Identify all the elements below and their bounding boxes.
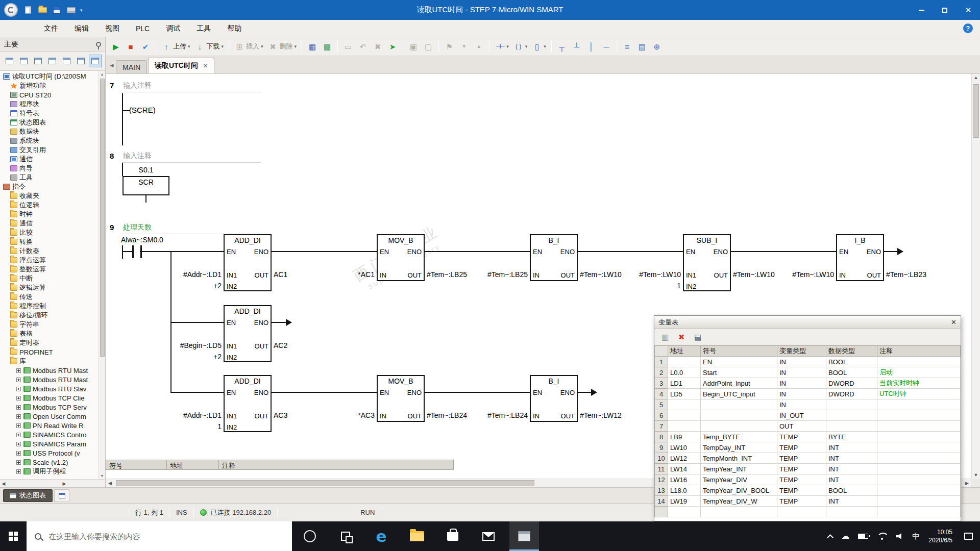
menu-item[interactable]: 帮助 bbox=[219, 20, 250, 37]
apply-all-button[interactable] bbox=[635, 39, 649, 54]
row-number[interactable]: 14 bbox=[655, 496, 668, 507]
volume-icon[interactable] bbox=[896, 533, 903, 540]
tree-item[interactable]: 符号表 bbox=[0, 109, 99, 118]
force-button[interactable] bbox=[406, 39, 421, 54]
mail-button[interactable] bbox=[474, 521, 503, 551]
file-explorer-button[interactable] bbox=[402, 521, 432, 551]
tree-item[interactable]: 通信 bbox=[0, 219, 99, 228]
operand-label[interactable]: #Tem~:LW10 bbox=[783, 270, 834, 279]
tab-active[interactable]: 读取UTC时间✕ bbox=[148, 58, 214, 73]
comment-column-header[interactable]: 注释 bbox=[219, 460, 454, 470]
expander-icon[interactable] bbox=[16, 451, 21, 456]
tree-item[interactable]: 字符串 bbox=[0, 320, 99, 329]
variable-cell[interactable]: LB9 bbox=[668, 432, 701, 442]
menu-item[interactable]: PLC bbox=[128, 20, 158, 37]
variable-cell[interactable]: IN bbox=[777, 378, 826, 389]
program-status-button[interactable] bbox=[385, 39, 400, 54]
variable-cell[interactable]: INT bbox=[826, 453, 877, 464]
scroll-down-icon[interactable]: ▼ bbox=[101, 472, 104, 479]
variable-cell[interactable]: LD5 bbox=[668, 389, 701, 399]
expander-icon[interactable] bbox=[16, 423, 21, 428]
taskbar-clock[interactable]: 10:05 2020/6/5 bbox=[928, 528, 952, 544]
variable-row[interactable]: 1ENINBOOL bbox=[655, 357, 961, 367]
variable-cell[interactable]: LW12 bbox=[668, 453, 701, 464]
variable-cell[interactable]: INT bbox=[826, 496, 877, 507]
tree-item[interactable]: Modbus RTU Mast bbox=[0, 366, 99, 375]
contact-operand-label[interactable]: Alwa~:SM0.0 bbox=[121, 236, 192, 244]
symbol-view-icon[interactable] bbox=[32, 55, 44, 67]
expander-icon[interactable] bbox=[16, 460, 21, 465]
menu-item[interactable]: 视图 bbox=[97, 20, 128, 37]
step7-app-button[interactable] bbox=[509, 521, 539, 551]
variable-cell[interactable] bbox=[877, 399, 961, 410]
variable-cell[interactable]: LW10 bbox=[668, 442, 701, 453]
scrollbar-thumb[interactable] bbox=[973, 84, 979, 138]
instruction-box[interactable]: B_IENENOINOUT bbox=[530, 375, 578, 422]
row-number[interactable]: 7 bbox=[655, 421, 668, 432]
variable-cell[interactable]: IN bbox=[777, 399, 826, 410]
xref-view-icon[interactable] bbox=[75, 55, 87, 67]
operand-label[interactable]: *AC1 bbox=[324, 270, 375, 279]
variable-cell[interactable]: LW14 bbox=[668, 464, 701, 474]
variable-cell[interactable]: 当前实时时钟 bbox=[877, 378, 961, 389]
variable-row[interactable]: 13L18.0TempYear_DIV_BOOLTEMPBOOL bbox=[655, 485, 961, 496]
bookmark-toggle-button[interactable] bbox=[442, 39, 456, 54]
select-button[interactable] bbox=[341, 39, 355, 54]
operand-label[interactable]: 1 bbox=[170, 422, 222, 431]
variable-cell[interactable]: BOOL bbox=[826, 485, 877, 496]
tab-status-chart[interactable]: 状态图表 bbox=[3, 489, 53, 502]
scroll-down-icon[interactable]: ▼ bbox=[972, 472, 980, 478]
variable-cell[interactable]: INT bbox=[826, 442, 877, 453]
variable-cell[interactable]: BYTE bbox=[826, 432, 877, 442]
zoom-button[interactable] bbox=[650, 39, 664, 54]
tree-item[interactable]: 转换 bbox=[0, 237, 99, 246]
variable-cell[interactable]: TempYear_DIV_W bbox=[701, 496, 777, 507]
variable-row[interactable]: 4LD5Begin_UTC_inputINDWORDUTC时钟 bbox=[655, 389, 961, 399]
variable-cell[interactable]: UTC时钟 bbox=[877, 389, 961, 399]
qat-customize-button[interactable]: ▾ bbox=[80, 8, 83, 13]
tree-item[interactable]: 位逻辑 bbox=[0, 201, 99, 210]
tree-item[interactable]: 浮点运算 bbox=[0, 256, 99, 265]
tree-item[interactable]: 通信 bbox=[0, 155, 99, 164]
variable-cell[interactable] bbox=[668, 399, 701, 410]
tree-item[interactable]: 收藏夹 bbox=[0, 191, 99, 201]
tree-item[interactable]: 读取UTC时间 (D:\200SM bbox=[0, 72, 99, 81]
unforce-button[interactable] bbox=[421, 39, 435, 54]
tree-item[interactable]: SINAMICS Param bbox=[0, 439, 99, 448]
operand-label[interactable]: *AC3 bbox=[324, 411, 375, 419]
tree-item[interactable]: Modbus TCP Clie bbox=[0, 393, 99, 403]
column-header[interactable]: 数据类型 bbox=[826, 346, 877, 357]
tree-item[interactable]: 工具 bbox=[0, 173, 99, 182]
insert-contact-button[interactable]: ▾ bbox=[493, 39, 511, 54]
ime-indicator[interactable]: 中 bbox=[912, 532, 920, 541]
insert-branch-down-button[interactable] bbox=[555, 39, 569, 54]
cortana-button[interactable] bbox=[295, 521, 325, 551]
variable-cell[interactable]: TempYear_DIV bbox=[701, 474, 777, 485]
operand-label[interactable]: #Tem~:LW10 bbox=[630, 270, 681, 279]
column-header[interactable]: 地址 bbox=[668, 346, 701, 357]
instruction-box[interactable]: ADD_DIENENOIN1IN2OUT bbox=[224, 234, 272, 291]
tree-item[interactable]: 中断 bbox=[0, 274, 99, 283]
print-button[interactable] bbox=[65, 4, 77, 17]
variable-cell[interactable]: L18.0 bbox=[668, 485, 701, 496]
operand-label[interactable]: AC2 bbox=[274, 341, 340, 349]
data-view-icon[interactable] bbox=[60, 55, 73, 67]
operand-label[interactable]: #Tem~:LB24 bbox=[477, 411, 528, 419]
save-button[interactable] bbox=[51, 4, 63, 17]
variable-cell[interactable]: EN bbox=[701, 357, 777, 367]
store-button[interactable] bbox=[438, 521, 468, 551]
open-file-button[interactable] bbox=[36, 4, 48, 17]
variable-cell[interactable]: TEMP bbox=[777, 432, 826, 442]
tree-item[interactable]: 数据块 bbox=[0, 127, 99, 136]
variable-cell[interactable] bbox=[877, 464, 961, 474]
variable-cell[interactable]: Begin_UTC_input bbox=[701, 389, 777, 399]
variable-cell[interactable]: BOOL bbox=[826, 367, 877, 378]
tree-item[interactable]: Scale (v1.2) bbox=[0, 458, 99, 467]
variable-cell[interactable]: IN bbox=[777, 367, 826, 378]
variable-cell[interactable]: IN_OUT bbox=[777, 410, 826, 421]
run-button[interactable] bbox=[109, 39, 123, 54]
tab-scroll-left-icon[interactable]: ◀ bbox=[108, 60, 116, 71]
operand-label[interactable]: #Addr~:LD1 bbox=[170, 270, 222, 279]
tab-symbol-table[interactable] bbox=[54, 489, 69, 502]
tree-item[interactable]: PROFINET bbox=[0, 347, 99, 357]
